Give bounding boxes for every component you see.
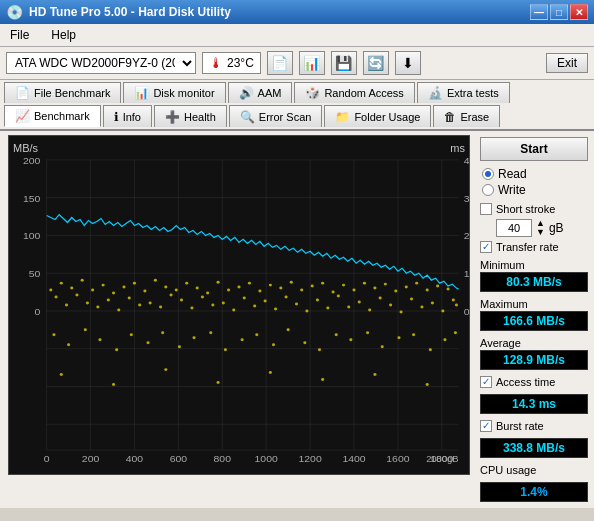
svg-point-141 [397,336,400,339]
tab-aam[interactable]: 🔊 AAM [228,82,293,103]
svg-text:200: 200 [23,155,41,166]
menu-file[interactable]: File [4,26,35,44]
short-stroke-value[interactable] [496,219,532,237]
tab-benchmark[interactable]: 📈 Benchmark [4,105,101,127]
burst-rate-label: Burst rate [496,420,544,432]
svg-text:40: 40 [464,155,469,166]
svg-point-97 [347,305,350,308]
svg-point-126 [161,331,164,334]
toolbar-btn-3[interactable]: 💾 [331,51,357,75]
svg-point-47 [86,302,89,305]
tab-error-scan[interactable]: 🔍 Error Scan [229,105,323,127]
short-stroke-checkbox[interactable] [480,203,492,215]
tab-folder-usage[interactable]: 📁 Folder Usage [324,105,431,127]
svg-point-121 [84,328,87,331]
svg-point-139 [366,331,369,334]
svg-point-119 [52,333,55,336]
svg-point-134 [287,328,290,331]
aam-icon: 🔊 [239,86,254,100]
svg-point-137 [335,333,338,336]
close-button[interactable]: ✕ [570,4,588,20]
svg-point-125 [146,341,149,344]
burst-rate-value: 338.8 MB/s [480,438,588,458]
tab-info[interactable]: ℹ Info [103,105,152,127]
tab-extra-tests[interactable]: 🔬 Extra tests [417,82,510,103]
svg-point-88 [300,289,303,292]
tab-random-access[interactable]: 🎲 Random Access [294,82,414,103]
svg-point-146 [60,373,63,376]
transfer-rate-item[interactable]: Transfer rate [480,241,588,253]
minimize-button[interactable]: — [530,4,548,20]
title-text: HD Tune Pro 5.00 - Hard Disk Utility [29,5,231,19]
access-time-checkbox[interactable] [480,376,492,388]
svg-point-82 [269,284,272,287]
svg-point-136 [318,348,321,351]
toolbar-btn-4[interactable]: 🔄 [363,51,389,75]
svg-text:400: 400 [126,453,144,464]
start-button[interactable]: Start [480,137,588,161]
svg-text:20: 20 [464,231,469,242]
svg-point-115 [441,309,444,312]
toolbar-btn-5[interactable]: ⬇ [395,51,421,75]
svg-point-124 [130,333,133,336]
svg-point-98 [352,289,355,292]
toolbar-btn-1[interactable]: 📄 [267,51,293,75]
svg-point-44 [70,287,73,290]
burst-rate-item[interactable]: Burst rate [480,420,588,432]
svg-point-58 [143,290,146,293]
svg-text:2000gB: 2000gB [426,454,458,464]
toolbar-btn-2[interactable]: 📊 [299,51,325,75]
drive-select[interactable]: ATA WDC WD2000F9YZ-0 (2000 gB) [6,52,196,74]
tab-erase[interactable]: 🗑 Erase [433,105,500,127]
menu-help[interactable]: Help [45,26,82,44]
svg-point-68 [196,287,199,290]
svg-point-61 [159,305,162,308]
disk-monitor-icon: 📊 [134,86,149,100]
transfer-rate-checkbox[interactable] [480,241,492,253]
burst-rate-checkbox[interactable] [480,420,492,432]
health-icon: ➕ [165,110,180,124]
stroke-down-button[interactable]: ▼ [536,228,545,237]
svg-point-120 [67,343,70,346]
short-stroke-item[interactable]: Short stroke [480,203,588,215]
svg-point-106 [394,290,397,293]
exit-button[interactable]: Exit [546,53,588,73]
svg-point-54 [122,286,125,289]
svg-text:30: 30 [464,193,469,204]
svg-point-78 [248,282,251,285]
access-time-item[interactable]: Access time [480,376,588,388]
write-radio[interactable]: Write [482,183,588,197]
tab-file-benchmark[interactable]: 📄 File Benchmark [4,82,121,103]
folder-usage-icon: 📁 [335,110,350,124]
svg-point-74 [227,289,230,292]
svg-point-86 [290,281,293,284]
minimum-value: 80.3 MB/s [480,272,588,292]
svg-text:10: 10 [464,268,469,279]
options-group: Short stroke ▲ ▼ gB Transfer rate [480,203,588,253]
toolbar: ATA WDC WD2000F9YZ-0 (2000 gB) 🌡 23°C 📄 … [0,47,594,80]
svg-point-67 [190,306,193,309]
svg-point-108 [405,286,408,289]
chart-svg: 200 150 100 50 0 40 30 20 10 0 [9,136,469,474]
svg-point-62 [164,286,167,289]
svg-point-143 [429,348,432,351]
svg-point-87 [295,303,298,306]
tab-disk-monitor[interactable]: 📊 Disk monitor [123,82,225,103]
svg-point-60 [154,279,157,282]
erase-icon: 🗑 [444,110,456,124]
read-write-group: Read Write [482,167,588,197]
tab-health[interactable]: ➕ Health [154,105,227,127]
svg-point-89 [305,309,308,312]
svg-point-50 [102,284,105,287]
read-radio[interactable]: Read [482,167,588,181]
svg-point-109 [410,298,413,301]
svg-point-100 [363,282,366,285]
svg-text:200: 200 [82,453,100,464]
svg-point-118 [455,304,458,307]
maximize-button[interactable]: □ [550,4,568,20]
random-access-icon: 🎲 [305,86,320,100]
svg-text:1200: 1200 [298,453,322,464]
svg-point-76 [237,286,240,289]
svg-point-48 [91,289,94,292]
svg-text:800: 800 [214,453,232,464]
